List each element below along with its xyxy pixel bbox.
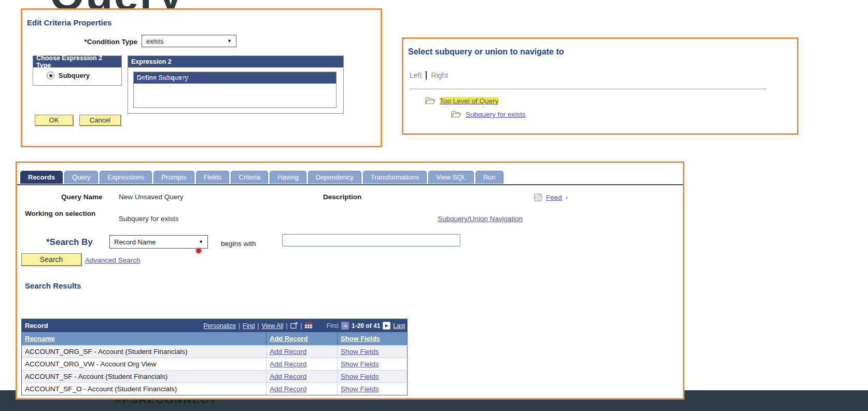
recname-cell: ACCOUNT_SF_O - Account (Student Financia… [22,382,267,395]
subquery-for-exists-link[interactable]: Subquery for exists [466,111,526,118]
show-fields-link[interactable]: Show Fields [341,385,379,393]
zoom-popup-icon[interactable] [290,322,298,329]
view-all-link[interactable]: View All [262,322,284,330]
show-fields-link[interactable]: Show Fields [341,360,379,368]
personalize-link[interactable]: Personalize [203,322,236,330]
subquery-union-navigation-link[interactable]: Subquery/Union Navigation [438,215,523,223]
page: Query Edit Criteria Properties *Conditio… [0,0,868,411]
separator: | [301,322,302,330]
add-record-link[interactable]: Add Record [270,360,306,368]
show-fields-link[interactable]: Show Fields [341,373,379,380]
tab-records[interactable]: Records [20,171,63,184]
folder-icon [451,111,461,118]
subquery-radio[interactable] [47,72,54,79]
left-label: Left [410,71,422,79]
column-add-record[interactable]: Add Record [270,335,308,342]
table-row: ACCOUNT_SF_O - Account (Student Financia… [22,382,407,395]
table-toolbar: Personalize | Find | View All | | [203,319,405,332]
choose-expression-box: Choose Expression 2 Type Subquery [33,56,122,86]
tab-fields[interactable]: Fields [196,171,230,184]
results-table: Record Personalize | Find | View All | | [21,319,408,395]
search-button[interactable]: Search [21,253,81,266]
search-input[interactable] [282,234,460,246]
tab-having[interactable]: Having [270,171,306,184]
table-column-headers: Recname Add Record Show Fields [22,332,407,345]
tab-criteria[interactable]: Criteria [231,171,268,184]
pagination-last[interactable]: Last [393,322,405,330]
folder-icon [425,97,436,105]
expression2-header: Expression 2 [128,56,343,67]
table-row: ACCOUNT_ORG_VW - Account Org View Add Re… [22,358,407,370]
working-on-selection-label: Working on selection [25,210,95,217]
feed-link[interactable]: Feed [546,194,562,201]
tab-prompts[interactable]: Prompts [153,171,194,184]
begins-with-label: begins with [221,240,256,248]
search-results-title: Search Results [25,281,81,290]
description-label: Description [323,193,361,201]
next-page-icon[interactable]: ▶ [383,322,390,330]
column-show-fields[interactable]: Show Fields [341,335,380,342]
top-level-of-query-link[interactable]: Top Level of Query [440,97,498,105]
subnav-title: Select subquery or union to navigate to [408,47,564,57]
rss-feed-icon [534,193,542,202]
add-record-link[interactable]: Add Record [270,348,306,355]
dialog-title: Edit Criteria Properties [27,18,111,27]
right-label: Right [431,71,448,79]
define-edit-subquery-link[interactable]: Define/Edit Subquery [137,75,204,83]
prev-page-icon: ◀ [341,322,349,330]
pagination-first: First [327,322,339,330]
working-on-selection-value: Subquery for exists [119,215,179,223]
edit-criteria-dialog: Edit Criteria Properties *Condition Type… [21,8,382,147]
recname-cell: ACCOUNT_SF - Account (Student Financials… [22,370,267,382]
separator: | [286,322,287,330]
condition-type-select[interactable]: exists ▼ [142,35,236,47]
tab-underline [17,184,683,185]
tab-dependency[interactable]: Dependency [308,171,361,184]
download-grid-icon[interactable] [305,322,312,329]
tab-view-sql[interactable]: View SQL [428,171,474,184]
pagination-range: 1-20 of 41 [352,322,380,330]
search-by-value: Record Name [114,238,156,246]
column-recname[interactable]: Recname [25,335,55,342]
show-fields-link[interactable]: Show Fields [341,348,379,355]
recname-cell: ACCOUNT_ORG_VW - Account Org View [22,358,267,370]
choose-expression-header: Choose Expression 2 Type [33,56,121,67]
table-row: ACCOUNT_SF - Account (Student Financials… [22,370,407,382]
feed-caret-icon[interactable]: ▾ [566,195,568,200]
condition-type-value: exists [146,37,163,45]
left-right-divider [426,71,427,79]
search-by-label: *Search By [46,237,93,248]
separator: | [239,322,240,330]
tree-item-top-level[interactable]: Top Level of Query [425,97,498,105]
query-name-value: New Unsaved Query [119,193,184,201]
feed-group: Feed ▾ [534,193,568,202]
tab-run[interactable]: Run [475,171,503,184]
advanced-search-link[interactable]: Advanced Search [85,256,141,264]
table-row: ACCOUNT_ORG_SF - Account (Student Financ… [22,345,407,358]
subquery-radio-label: Subquery [59,72,90,79]
tab-bar: Records Query Expressions Prompts Fields… [20,171,503,184]
condition-type-label: *Condition Type [43,38,137,46]
dropdown-arrow-icon: ▼ [227,38,232,44]
add-record-link[interactable]: Add Record [270,373,306,380]
query-manager-panel: Records Query Expressions Prompts Fields… [16,161,684,400]
expression2-box: Expression 2 Define Subquery Define/Edit… [128,56,344,114]
find-link[interactable]: Find [243,322,255,330]
divider-line [410,89,766,89]
subquery-navigation-dialog: Select subquery or union to navigate to … [402,37,799,135]
search-by-select[interactable]: Record Name ▼ [109,235,208,249]
tree-item-subquery[interactable]: Subquery for exists [451,111,526,118]
tab-query[interactable]: Query [64,171,98,184]
recname-cell: ACCOUNT_ORG_SF - Account (Student Financ… [22,345,267,358]
tab-expressions[interactable]: Expressions [100,171,152,184]
dropdown-arrow-icon: ▼ [199,239,203,244]
ok-button[interactable]: OK [35,115,73,126]
cancel-button[interactable]: Cancel [79,115,121,126]
table-group-header: Record [25,322,48,330]
tab-transformations[interactable]: Transformations [363,171,427,184]
add-record-link[interactable]: Add Record [270,385,306,393]
click-indicator [195,248,202,254]
separator: | [257,322,259,330]
query-name-label: Query Name [61,193,103,201]
